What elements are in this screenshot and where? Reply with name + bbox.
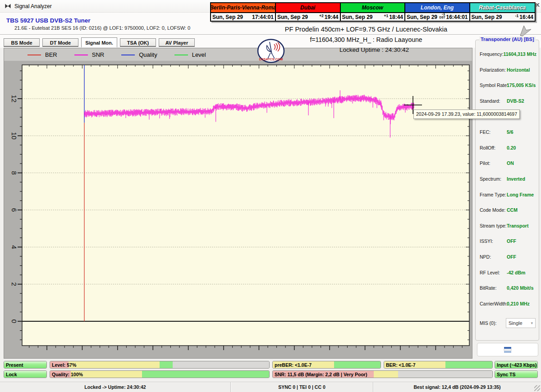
transponder-row: FEC:5/6	[480, 124, 536, 140]
clock-column: Berlin-Paris-Vienna-RomaSun, Sep 2917:44…	[211, 3, 276, 21]
tab-bs-mode[interactable]: BS Mode	[4, 38, 40, 47]
meter-input-423-kbps-: Input (~423 Kbps)	[495, 361, 538, 369]
clock-time: 16:44	[519, 14, 533, 20]
row-value: 0.20	[507, 145, 516, 150]
clock-datetime: Sun, Sep 2917:44:01	[211, 12, 275, 21]
meter-label: SNR: 11,5 dB (Margin: 2,2 dB | Very Poor…	[275, 371, 367, 378]
clock-column: DubaiSun, Sep 29+219:44	[276, 3, 341, 21]
locked-uptime: Locked Uptime : 24:30:42	[289, 46, 460, 53]
mis-row: MIS (0): Single ▾	[480, 318, 536, 328]
transponder-row: ISSYI:OFF	[480, 233, 536, 249]
meter-lock: Lock	[4, 370, 47, 378]
transponder-row: Standard:DVB-S2	[480, 93, 536, 109]
legend-swatch	[74, 55, 88, 55]
footer-sync-counters: SYNC 0 | TEI 0 | CC 0	[231, 382, 373, 392]
transponder-rows: Frequency:11604,313 MHzPolarization:Hori…	[480, 46, 536, 311]
row-label: Frequency:	[480, 51, 504, 57]
tuner-title: TBS 5927 USB DVB-S2 Tuner	[6, 17, 91, 24]
clock-city-label: Dubai	[276, 3, 340, 12]
row-label: RF Level:	[480, 270, 507, 275]
transponder-row: Code Mode:CCM	[480, 202, 536, 218]
resize-grip[interactable]	[534, 385, 540, 391]
meter-quality: Quality: 100%	[50, 370, 270, 378]
row-value: -42 dBm	[507, 270, 525, 275]
row-label: Stream type:	[480, 223, 507, 228]
transponder-row: Frame Type:Long Frame	[480, 187, 536, 202]
svg-text:12: 12	[10, 95, 18, 103]
transponder-row: Polarization:Horizontal	[480, 62, 536, 78]
clock-date: Sun, Sep 29	[277, 14, 308, 20]
mis-value: Single	[509, 320, 523, 326]
legend-label: Quality	[139, 51, 157, 58]
footer-status-bar: Locked -> Uptime: 24:30:42 SYNC 0 | TEI …	[0, 382, 541, 392]
signal-analyzer-window: Signal Analyzer K TBS 5927 USB DVB-S2 Tu…	[0, 0, 541, 392]
chart-legend: BERSNRQualityLevel	[28, 51, 206, 58]
row-value: ON	[507, 160, 514, 166]
transponder-row: RF Level:-42 dBm	[480, 264, 536, 280]
window-title: Signal Analyzer	[14, 3, 52, 9]
clock-date: Sun, Sep 29	[472, 14, 502, 20]
svg-text:10: 10	[10, 132, 18, 140]
transponder-row: Pilot:ON	[480, 155, 536, 171]
row-label: CarrierWidth:	[480, 301, 507, 306]
meter-level: Level: 57%	[50, 361, 270, 369]
clock-city-label: Rabat-Casablanca	[470, 3, 535, 12]
transponder-row: Spectrum:Inverted	[480, 171, 536, 187]
satellite-info: 21.6E - Eutelsat 21B SES 16 (ID: 0216) @…	[14, 25, 190, 31]
row-value: Long Frame	[507, 192, 534, 197]
world-clock-table: Berlin-Paris-Vienna-RomaSun, Sep 2917:44…	[210, 2, 536, 22]
meter-label: Present	[6, 361, 23, 369]
row-value: 11604,313 MHz	[504, 51, 537, 57]
clock-city-label: London, Eng	[405, 3, 469, 12]
svg-text:6: 6	[10, 208, 18, 212]
cursor-icon	[518, 24, 534, 37]
clock-utc-offset: -1	[515, 14, 519, 18]
clock-time: 18:44	[389, 14, 403, 20]
meter-label: Level: 57%	[52, 361, 76, 369]
clock-column: London, EngSun, Sep 29-1DST16:44:01	[405, 3, 470, 21]
row-label: Symbol Rate:	[480, 82, 507, 88]
clock-date: Sun, Sep 29	[342, 14, 373, 20]
clock-city-label: Moscow	[341, 3, 405, 12]
row-label: Standard:	[480, 98, 507, 104]
legend-label: BER	[45, 51, 57, 58]
transponder-row: CarrierWidth:0,210 MHz	[480, 296, 536, 312]
legend-label: SNR	[92, 51, 104, 58]
row-label: Code Mode:	[480, 207, 507, 213]
footer-uptime: Locked -> Uptime: 24:30:42	[0, 382, 231, 392]
signal-chart[interactable]: 024681012	[4, 61, 472, 358]
dish-info: PF Prodelin 450cm+ LOF=9.75 GHz / Lucene…	[186, 26, 541, 33]
transponder-panel: Transponder (AU) [BS] Frequency:11604,31…	[475, 40, 539, 341]
row-label: NPD:	[480, 254, 507, 260]
svg-text:8: 8	[10, 171, 18, 174]
meter-snr: SNR: 11,5 dB (Margin: 2,2 dB | Very Poor…	[272, 370, 493, 378]
legend-swatch	[28, 55, 41, 55]
chart-tooltip: 2024-09-29 17.39.23, value: 11,600000381…	[413, 109, 520, 119]
row-value: Inverted	[507, 176, 525, 182]
tab-dt-mode[interactable]: DT Mode	[42, 38, 78, 47]
clock-datetime: Sun, Sep 29-1DST16:44:01	[405, 12, 469, 21]
clock-column: MoscowSun, Sep 29+118:44	[341, 3, 406, 21]
svg-text:2: 2	[10, 282, 18, 286]
header-separator	[0, 34, 541, 35]
tab-tsa-ok-[interactable]: TSA (OK)	[120, 38, 156, 47]
tab-av-player[interactable]: AV Player	[159, 38, 195, 47]
row-value: OFF	[507, 254, 516, 260]
meter-present: Present	[4, 361, 47, 369]
clock-utc-offset: +2	[319, 14, 324, 18]
meter-label: Lock	[6, 371, 17, 378]
legend-item-quality: Quality	[121, 51, 157, 58]
clock-time: 16:44:01	[446, 14, 468, 20]
clock-utc-offset: -1DST	[439, 12, 445, 19]
tab-signal-mon-[interactable]: Signal Mon.	[81, 37, 117, 48]
meter-label: Sync TS	[497, 371, 515, 378]
stream-list-button[interactable]	[477, 343, 538, 356]
meter-label: Input (~423 Kbps)	[497, 361, 536, 369]
transponder-row: Stream type:Transport	[480, 218, 536, 234]
meter-label: BER: <1.0E-7	[386, 361, 416, 369]
row-label: RollOff:	[480, 145, 507, 150]
svg-text:0: 0	[10, 319, 18, 323]
mis-select[interactable]: Single ▾	[506, 318, 536, 328]
row-value: DVB-S2	[507, 98, 524, 104]
row-value: 5/6	[507, 129, 513, 135]
